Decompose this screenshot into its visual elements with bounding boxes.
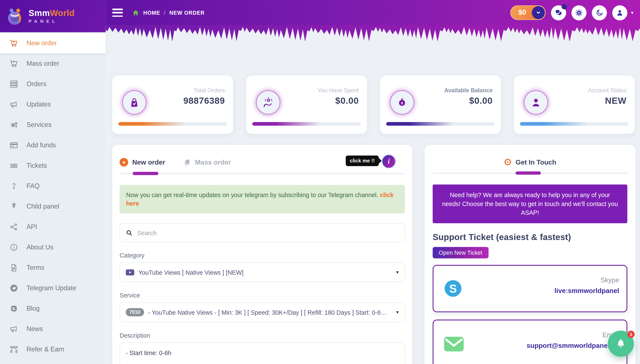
open-new-ticket-button[interactable]: Open New Ticket (433, 247, 488, 258)
tab-new-order[interactable]: + New order (120, 158, 165, 166)
moon-icon (595, 8, 604, 16)
svg-text:S: S (449, 282, 457, 295)
sidebar-item-label: New order (26, 40, 57, 47)
description-label: Description (120, 332, 405, 339)
sidebar-item-api[interactable]: API (0, 217, 106, 237)
plus-icon: + (120, 158, 128, 166)
envelope-icon (442, 334, 466, 354)
balance-amount: $0 (511, 8, 532, 16)
sidebar-item-label: Orders (26, 80, 46, 88)
stat-progress (386, 122, 495, 126)
service-value: - YouTube Native Views - [ Min: 3K ] [ S… (148, 309, 387, 316)
sidebar-item-label: About Us (26, 244, 53, 251)
sidebar-item-tickets[interactable]: Tickets (0, 156, 106, 176)
new-order-panel: + New order Mass order click me !! i Now… (112, 145, 412, 364)
get-in-touch-panel: Get In Touch Need help? We are always re… (424, 145, 635, 364)
click-me-tooltip: click me !! (346, 156, 379, 166)
search-input[interactable] (136, 229, 399, 236)
stats-row: Total Orders 98876389 $ You Have Spent $… (112, 76, 635, 134)
description-box: - Start time: 0-6h (120, 342, 405, 364)
sidebar-item-mass-order[interactable]: Mass order (0, 53, 106, 74)
server-icon (9, 79, 19, 89)
channel-value: live:smmworldpanel (554, 287, 620, 294)
dark-mode-button[interactable] (592, 5, 607, 20)
play-circle-icon (504, 158, 512, 166)
user-icon (524, 90, 548, 114)
account-caret-icon: ▼ (630, 10, 634, 15)
panel-underline-pill (516, 171, 541, 174)
tab-mass-order[interactable]: Mass order (183, 158, 231, 166)
sidebar-item-label: API (26, 223, 37, 231)
user-icon (616, 8, 624, 17)
category-value: YouTube Views [ Native Views ] [NEW] (138, 269, 244, 276)
tab-underline (120, 173, 405, 174)
stat-card-total-orders: Total Orders 98876389 (112, 76, 233, 134)
share-nodes-icon (9, 222, 19, 232)
megaphone-icon (9, 100, 19, 109)
channel-value: support@smmworldpanel.co (526, 342, 619, 349)
breadcrumb: HOME / NEW ORDER (132, 9, 204, 16)
service-select[interactable]: 7010 - YouTube Native Views - [ Min: 3K … (120, 302, 405, 322)
sidebar-item-label: Tickets (26, 162, 47, 170)
sidebar-item-add-funds[interactable]: Add funds (0, 135, 106, 156)
stat-value: NEW (588, 96, 626, 106)
sidebar-item-label: News (26, 325, 43, 333)
stat-value: $0.00 (444, 96, 493, 106)
category-select[interactable]: YouTube Views [ Native Views ] [NEW] ▼ (120, 262, 405, 282)
info-circle-icon (9, 242, 19, 252)
sidebar-item-child-panel[interactable]: Child panel (0, 196, 106, 217)
balance-dropdown-button[interactable]: $0 (510, 5, 546, 20)
support-heading: Support Ticket (easiest & fastest) (433, 232, 628, 242)
sidebar-nav: New order Mass order Orders Updates Serv… (0, 32, 106, 360)
credit-card-icon (9, 140, 19, 150)
notifications-fab[interactable]: 1 (608, 330, 634, 357)
telegram-icon (9, 283, 19, 293)
money-bag-icon: $ (390, 90, 414, 114)
sidebar-item-label: Mass order (26, 60, 59, 68)
sidebar-item-new-order[interactable]: New order (0, 33, 106, 53)
stat-label: Total Orders (183, 87, 225, 94)
info-button[interactable]: i (382, 154, 396, 168)
email-contact-card[interactable]: Email support@smmworldpanel.co (433, 319, 628, 364)
layers-icon (183, 158, 191, 166)
account-button[interactable] (612, 5, 628, 20)
sidebar-item-services[interactable]: Services (0, 114, 106, 135)
chat-button[interactable] (551, 5, 566, 20)
service-search (120, 223, 405, 242)
breadcrumb-separator: / (164, 9, 166, 16)
menu-toggle-button[interactable] (112, 8, 123, 16)
question-icon (9, 181, 19, 191)
sidebar-item-news[interactable]: News (0, 319, 106, 339)
cart-download-icon (9, 38, 19, 48)
sidebar-item-about-us[interactable]: About Us (0, 237, 106, 258)
sidebar-item-label: Updates (26, 101, 51, 108)
bell-icon (615, 338, 626, 349)
sidebar-item-terms[interactable]: Terms (0, 258, 106, 278)
document-icon (9, 263, 19, 272)
shopping-bag-icon (122, 90, 146, 114)
sidebar-item-updates[interactable]: Updates (0, 94, 106, 114)
tab-label: Mass order (195, 158, 231, 166)
skype-contact-card[interactable]: S Skype live:smmworldpanel (433, 265, 628, 312)
settings-button[interactable] (572, 5, 587, 20)
sidebar-item-orders[interactable]: Orders (0, 74, 106, 94)
stat-label: Account Status (588, 87, 626, 94)
select-caret-icon: ▼ (395, 270, 400, 275)
alert-text: Now you can get real-time updates on you… (126, 191, 380, 198)
sidebar-item-label: Services (26, 121, 52, 129)
chat-bubbles-icon (554, 8, 563, 17)
sidebar-item-label: FAQ (26, 182, 40, 190)
brand-subtitle: PANEL (28, 19, 75, 24)
sidebar-item-refer-earn[interactable]: Refer & Earn (0, 339, 106, 360)
sidebar-item-blog[interactable]: Blog (0, 298, 106, 319)
sidebar-item-telegram-update[interactable]: Telegram Update (0, 278, 106, 298)
skype-icon: S (442, 278, 464, 299)
megaphone-icon (9, 324, 19, 334)
sidebar-item-faq[interactable]: FAQ (0, 176, 106, 196)
vector-nodes-icon (9, 344, 19, 354)
help-message: Need help? We are always ready to help y… (433, 184, 628, 223)
brand-logo[interactable]: SmmWorld PANEL (0, 0, 106, 32)
breadcrumb-home[interactable]: HOME (143, 10, 160, 16)
chevron-down-icon (532, 6, 545, 19)
tab-label: New order (132, 158, 165, 166)
